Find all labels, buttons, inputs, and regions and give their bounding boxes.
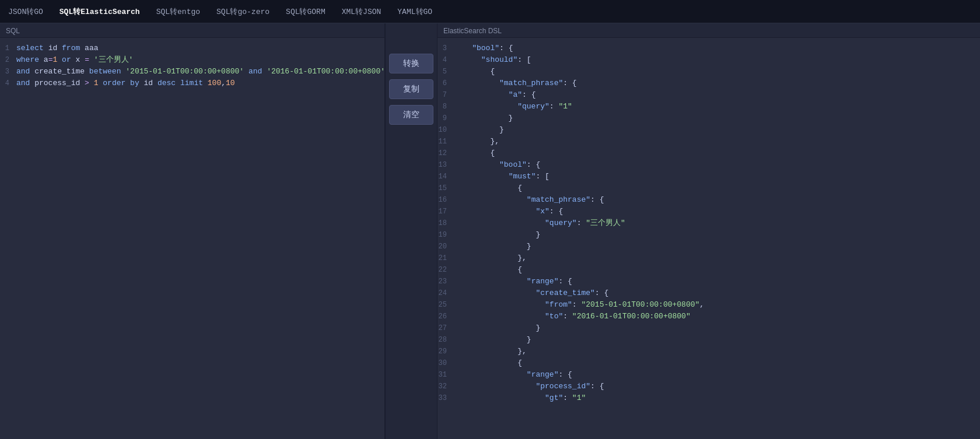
dsl-content-30: {	[454, 357, 973, 369]
dsl-line-11: 11 },	[438, 136, 980, 147]
dsl-line-14: 14 "must": [	[438, 171, 980, 182]
dsl-line-24: 24 "create_time": {	[438, 287, 980, 299]
dsl-content-17: "x": {	[454, 206, 973, 217]
sql-line-1: 1 select id from aaa	[0, 43, 384, 54]
dsl-num-30: 30	[438, 357, 454, 369]
dsl-line-23: 23 "range": {	[438, 276, 980, 287]
dsl-content-31: "range": {	[454, 369, 973, 381]
dsl-line-8: 8 "query": "1"	[438, 101, 980, 113]
dsl-num-21: 21	[438, 252, 454, 264]
dsl-line-7: 7 "a": {	[438, 89, 980, 101]
dsl-num-9: 9	[438, 113, 454, 124]
dsl-content-19: }	[454, 229, 973, 241]
dsl-num-12: 12	[438, 147, 454, 159]
dsl-num-10: 10	[438, 124, 454, 136]
dsl-content-10: }	[454, 124, 973, 136]
sql-line-2-content: where a=1 or x = '三个男人'	[16, 54, 377, 66]
nav-sql-to-es[interactable]: SQL转ElasticSearch	[58, 4, 141, 19]
sql-line-4-content: and process_id > 1 order by id desc limi…	[16, 78, 377, 89]
dsl-content-14: "must": [	[454, 171, 973, 182]
dsl-content-28: }	[454, 334, 973, 346]
nav-json-to-go[interactable]: JSON转GO	[7, 4, 44, 19]
dsl-line-18: 18 "query": "三个男人"	[438, 217, 980, 229]
sql-line-3-content: and create_time between '2015-01-01T00:0…	[16, 66, 384, 78]
dsl-content-29: },	[454, 346, 973, 357]
dsl-num-32: 32	[438, 381, 454, 392]
nav-sql-to-gorm[interactable]: SQL转GORM	[285, 4, 327, 19]
line-num-2: 2	[0, 54, 16, 66]
dsl-line-27: 27 }	[438, 322, 980, 334]
nav-yaml-to-go[interactable]: YAML转GO	[396, 4, 433, 19]
dsl-num-18: 18	[438, 217, 454, 229]
navigation-bar: JSON转GO SQL转ElasticSearch SQL转entgo SQL转…	[0, 0, 980, 23]
dsl-line-33: 33 "gt": "1"	[438, 392, 980, 404]
dsl-content-7: "a": {	[454, 89, 973, 101]
dsl-panel: ElasticSearch DSL 3 "bool": { 4 "should"…	[438, 23, 980, 439]
dsl-line-22: 22 {	[438, 264, 980, 276]
dsl-line-25: 25 "from": "2015-01-01T00:00:00+0800",	[438, 299, 980, 311]
dsl-num-31: 31	[438, 369, 454, 381]
dsl-content-21: },	[454, 252, 973, 264]
dsl-line-15: 15 {	[438, 182, 980, 194]
dsl-num-14: 14	[438, 171, 454, 182]
dsl-num-15: 15	[438, 182, 454, 194]
sql-line-1-content: select id from aaa	[16, 43, 377, 54]
dsl-num-8: 8	[438, 101, 454, 113]
dsl-num-29: 29	[438, 346, 454, 357]
dsl-line-20: 20 }	[438, 241, 980, 252]
dsl-num-7: 7	[438, 89, 454, 101]
dsl-line-26: 26 "to": "2016-01-01T00:00:00+0800"	[438, 311, 980, 322]
dsl-num-19: 19	[438, 229, 454, 241]
copy-button[interactable]: 复制	[389, 79, 433, 99]
dsl-panel-label: ElasticSearch DSL	[438, 23, 980, 38]
dsl-num-22: 22	[438, 264, 454, 276]
dsl-content-23: "range": {	[454, 276, 973, 287]
dsl-line-19: 19 }	[438, 229, 980, 241]
dsl-line-6: 6 "match_phrase": {	[438, 78, 980, 89]
dsl-line-4: 4 "should": [	[438, 54, 980, 66]
dsl-num-17: 17	[438, 206, 454, 217]
dsl-line-12: 12 {	[438, 147, 980, 159]
dsl-num-27: 27	[438, 322, 454, 334]
sql-line-2: 2 where a=1 or x = '三个男人'	[0, 54, 384, 66]
sql-line-4: 4 and process_id > 1 order by id desc li…	[0, 78, 384, 89]
dsl-line-32: 32 "process_id": {	[438, 381, 980, 392]
dsl-content-11: },	[454, 136, 973, 147]
sql-panel-label: SQL	[0, 23, 384, 38]
dsl-content-6: "match_phrase": {	[454, 78, 973, 89]
dsl-num-13: 13	[438, 159, 454, 171]
nav-xml-to-json[interactable]: XML转JSON	[341, 4, 383, 19]
dsl-content-27: }	[454, 322, 973, 334]
dsl-line-3: 3 "bool": {	[438, 43, 980, 54]
dsl-line-10: 10 }	[438, 124, 980, 136]
dsl-num-25: 25	[438, 299, 454, 311]
dsl-content-32: "process_id": {	[454, 381, 973, 392]
nav-sql-to-entgo[interactable]: SQL转entgo	[155, 4, 201, 19]
dsl-content-15: {	[454, 182, 973, 194]
convert-button[interactable]: 转换	[389, 54, 433, 73]
dsl-line-9: 9 }	[438, 113, 980, 124]
dsl-line-16: 16 "match_phrase": {	[438, 194, 980, 206]
dsl-num-5: 5	[438, 66, 454, 78]
dsl-line-28: 28 }	[438, 334, 980, 346]
dsl-content-4: "should": [	[454, 54, 973, 66]
dsl-content-26: "to": "2016-01-01T00:00:00+0800"	[454, 311, 973, 322]
line-num-3: 3	[0, 66, 16, 78]
dsl-content-8: "query": "1"	[454, 101, 973, 113]
dsl-content-24: "create_time": {	[454, 287, 973, 299]
dsl-num-23: 23	[438, 276, 454, 287]
nav-sql-to-go-zero[interactable]: SQL转go-zero	[215, 4, 271, 19]
dsl-num-4: 4	[438, 54, 454, 66]
line-num-4: 4	[0, 78, 16, 89]
dsl-line-21: 21 },	[438, 252, 980, 264]
button-container: 转换 复制 清空	[385, 23, 438, 439]
dsl-line-29: 29 },	[438, 346, 980, 357]
dsl-num-20: 20	[438, 241, 454, 252]
sql-editor[interactable]: 1 select id from aaa 2 where a=1 or x = …	[0, 38, 384, 439]
dsl-content-20: }	[454, 241, 973, 252]
dsl-num-6: 6	[438, 78, 454, 89]
dsl-content-13: "bool": {	[454, 159, 973, 171]
clear-button[interactable]: 清空	[389, 105, 433, 125]
sql-line-3: 3 and create_time between '2015-01-01T00…	[0, 66, 384, 78]
dsl-editor[interactable]: 3 "bool": { 4 "should": [ 5 { 6 "match_p…	[438, 38, 980, 439]
